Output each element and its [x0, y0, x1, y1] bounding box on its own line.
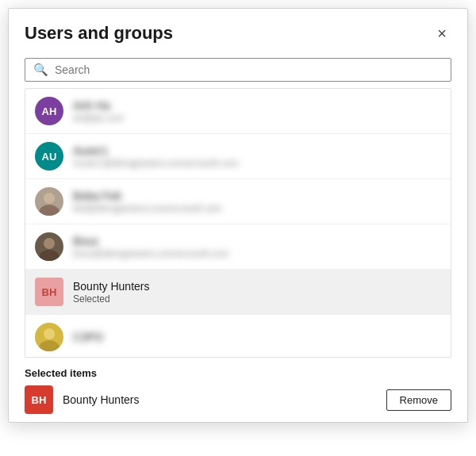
search-bar: 🔍: [25, 58, 451, 82]
avatar: BH: [35, 278, 63, 306]
users-groups-dialog: Users and groups × 🔍 AH Anh Ha ah@pk.com…: [8, 8, 468, 423]
list-item-bounty-hunters[interactable]: BH Bounty Hunters Selected: [25, 270, 451, 315]
item-email: ah@pk.com: [73, 113, 124, 124]
selected-section-label: Selected items: [25, 367, 451, 379]
item-email: Auser1@dkmgtestenv.onmicrosoft.com: [73, 158, 239, 169]
item-name: Anh Ha: [73, 99, 124, 112]
list-item[interactable]: AH Anh Ha ah@pk.com: [25, 89, 451, 134]
svg-point-0: [44, 193, 55, 204]
avatar: AU: [35, 142, 63, 171]
avatar: [35, 232, 63, 261]
dialog-title: Users and groups: [25, 23, 173, 44]
avatar: AH: [35, 97, 63, 125]
item-name: Bous: [73, 235, 229, 247]
selected-item-name: Bounty Hunters: [63, 393, 140, 406]
list-item[interactable]: Bous bous@dkmgtestenv.onmicrosoft.com: [25, 224, 451, 270]
item-name: Auser1: [73, 144, 239, 157]
item-email: bous@dkmgtestenv.onmicrosoft.com: [73, 248, 229, 259]
search-icon: 🔍: [33, 63, 48, 77]
svg-point-3: [39, 250, 60, 261]
item-email: fett@dkmgtestenv.onmicrosoft.com: [73, 203, 221, 214]
avatar: [35, 323, 63, 351]
item-selected-label: Selected: [73, 293, 150, 305]
svg-point-4: [44, 328, 55, 339]
selected-avatar: BH: [25, 385, 53, 414]
close-button[interactable]: ×: [432, 24, 451, 43]
item-name: C3PO: [73, 331, 103, 343]
avatar: [35, 187, 63, 216]
remove-button[interactable]: Remove: [386, 389, 451, 411]
selected-item-row: BH Bounty Hunters Remove: [25, 385, 451, 414]
item-name: Bounty Hunters: [73, 280, 150, 293]
list-item[interactable]: C3PO: [25, 315, 451, 358]
search-input[interactable]: [55, 63, 443, 76]
dialog-header: Users and groups ×: [9, 9, 467, 52]
svg-point-5: [39, 340, 60, 351]
item-name: Boba Fett: [73, 190, 221, 202]
selected-section: Selected items BH Bounty Hunters Remove: [9, 358, 467, 422]
svg-point-1: [39, 205, 60, 216]
list-item[interactable]: Boba Fett fett@dkmgtestenv.onmicrosoft.c…: [25, 179, 451, 224]
list-item[interactable]: AU Auser1 Auser1@dkmgtestenv.onmicrosoft…: [25, 134, 451, 179]
users-list: AH Anh Ha ah@pk.com AU Auser1 Auser1@dkm…: [25, 88, 451, 358]
svg-point-2: [44, 238, 55, 249]
